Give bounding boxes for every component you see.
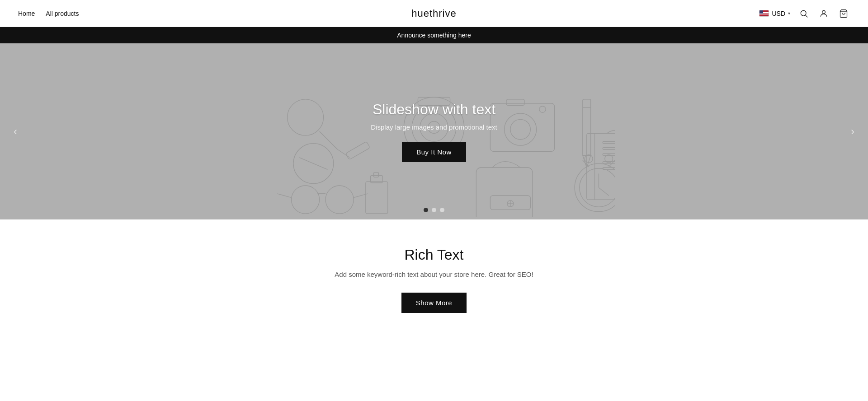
slideshow-dot-3[interactable] (440, 208, 444, 212)
svg-point-44 (580, 168, 615, 207)
slideshow-dot-2[interactable] (432, 208, 436, 212)
slideshow-dot-1[interactable] (424, 208, 428, 212)
cart-button[interactable] (837, 7, 850, 20)
svg-rect-33 (603, 141, 615, 143)
svg-point-10 (291, 186, 319, 214)
search-button[interactable] (797, 7, 810, 20)
svg-line-5 (320, 131, 338, 149)
svg-line-9 (299, 158, 327, 170)
account-button[interactable] (817, 7, 830, 20)
nav-all-products[interactable]: All products (46, 10, 79, 17)
slideshow-subtitle: Display large images and promotional tex… (371, 123, 497, 131)
currency-selector[interactable]: USD ▾ (759, 10, 790, 17)
site-logo: huethrive (411, 8, 457, 19)
slideshow-content: Slideshow with text Display large images… (371, 101, 497, 162)
svg-rect-26 (506, 99, 524, 105)
svg-point-2 (822, 10, 826, 14)
show-more-button[interactable]: Show More (401, 293, 467, 313)
announcement-text: Announce something here (397, 32, 471, 39)
svg-point-4 (288, 99, 324, 135)
chevron-right-icon: › (851, 125, 854, 137)
currency-code: USD (772, 10, 785, 17)
search-icon (799, 9, 808, 18)
slideshow-title: Slideshow with text (371, 101, 497, 118)
slideshow-next-button[interactable]: › (842, 121, 863, 142)
svg-line-1 (806, 15, 808, 17)
cart-icon (839, 9, 848, 18)
slideshow: ‹ Slideshow with text Display large imag… (0, 43, 868, 219)
svg-rect-34 (603, 148, 615, 149)
person-icon (819, 9, 828, 18)
svg-point-11 (326, 186, 354, 214)
svg-rect-17 (374, 173, 379, 177)
slideshow-dots (424, 208, 444, 212)
svg-point-24 (505, 113, 537, 145)
svg-point-0 (801, 10, 806, 16)
rich-text-section: Rich Text Add some keyword-rich text abo… (0, 219, 868, 340)
svg-rect-23 (490, 103, 554, 152)
svg-line-6 (338, 149, 350, 158)
announcement-bar: Announce something here (0, 27, 868, 43)
rich-text-body: Add some keyword-rich text about your st… (18, 270, 850, 278)
header: Home All products huethrive USD ▾ (0, 0, 868, 27)
svg-point-27 (539, 106, 546, 112)
buy-it-now-button[interactable]: Buy It Now (402, 142, 466, 162)
slideshow-prev-button[interactable]: ‹ (5, 121, 26, 142)
svg-line-46 (599, 187, 609, 196)
rich-text-title: Rich Text (18, 247, 850, 263)
header-actions: USD ▾ (759, 7, 850, 20)
nav-home[interactable]: Home (18, 10, 35, 17)
chevron-down-icon: ▾ (788, 11, 790, 16)
svg-point-25 (510, 119, 530, 139)
svg-rect-15 (366, 182, 388, 214)
chevron-left-icon: ‹ (14, 125, 17, 137)
flag-icon (759, 10, 769, 17)
svg-line-13 (277, 194, 291, 198)
main-nav: Home All products (18, 10, 79, 17)
